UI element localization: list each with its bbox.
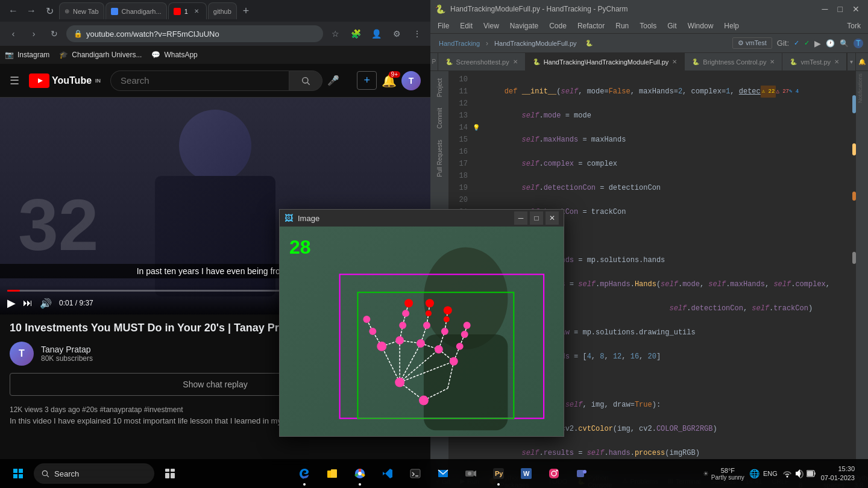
notifications-label[interactable]: Notifications: [856, 71, 864, 105]
toolbar-build-run[interactable]: ▶: [814, 39, 821, 48]
tab-handtracking[interactable]: 🐍 HandTracking\HandTrackingModuleFull.py…: [526, 53, 685, 70]
popup-content: 28: [280, 227, 564, 436]
svg-rect-56: [13, 469, 17, 473]
menu-file[interactable]: File: [433, 20, 454, 31]
notifications-panel[interactable]: 🔔: [855, 53, 868, 70]
sidebar-project[interactable]: Project: [435, 74, 444, 102]
ide-maximize-button[interactable]: □: [834, 4, 846, 14]
user-avatar[interactable]: T: [401, 71, 421, 90]
settings-button[interactable]: ⚙: [388, 25, 405, 42]
tab-close-button[interactable]: ✕: [192, 7, 201, 16]
voice-search-button[interactable]: 🎤: [327, 75, 339, 86]
language-indicator[interactable]: 🌐: [749, 469, 760, 478]
svg-point-45: [395, 378, 404, 387]
bookmark-chandigarh[interactable]: 🎓 Chandigarh Univers...: [59, 51, 142, 59]
address-bar[interactable]: 🔒 youtube.com/watch?v=RF5mClJuUNo: [66, 25, 323, 42]
menu-edit[interactable]: Edit: [455, 20, 477, 31]
browser-tab-2[interactable]: Chandigarh...: [105, 2, 167, 19]
tab-more-button[interactable]: ▾: [847, 53, 855, 70]
weather-widget: ☀ 58°F Partly sunny: [703, 467, 744, 481]
toolbar-user-icon: T: [854, 39, 863, 48]
tab-screenshottest-close[interactable]: ✕: [513, 58, 518, 65]
create-button[interactable]: +: [357, 71, 377, 90]
volume-button[interactable]: 🔊: [40, 298, 52, 309]
sidebar-commit[interactable]: Commit: [435, 103, 444, 133]
taskbar-edge[interactable]: [291, 460, 318, 487]
menu-navigate[interactable]: Navigate: [505, 20, 543, 31]
taskbar-terminal[interactable]: [402, 460, 429, 487]
menu-tools[interactable]: Tools: [635, 20, 661, 31]
youtube-logo[interactable]: YouTube IN: [29, 74, 101, 88]
toolbar-search-icon[interactable]: 🔍: [840, 39, 849, 48]
taskbar-chrome[interactable]: [347, 460, 373, 487]
star-button[interactable]: ☆: [327, 25, 344, 42]
menu-window[interactable]: Window: [683, 20, 719, 31]
profile-button[interactable]: 👤: [368, 25, 385, 42]
bookmark-whatsapp[interactable]: 💬 WhatsApp: [151, 51, 197, 59]
taskbar-teams[interactable]: [568, 460, 595, 487]
svg-point-47: [363, 316, 370, 323]
tab-brightness-close[interactable]: ✕: [770, 58, 775, 65]
tab-vmtest[interactable]: 🐍 vmTest.py ✕: [782, 53, 847, 70]
menu-refactor[interactable]: Refactor: [573, 20, 609, 31]
new-tab-button[interactable]: +: [238, 2, 254, 20]
channel-avatar[interactable]: T: [10, 342, 34, 366]
browser-refresh-button[interactable]: ↻: [41, 2, 58, 19]
menu-help[interactable]: Help: [719, 20, 744, 31]
menu-tork[interactable]: Tork: [842, 20, 866, 31]
bookmark-instagram-label: Instagram: [17, 51, 49, 59]
menu-git[interactable]: Git: [662, 20, 681, 31]
menu-view[interactable]: View: [479, 20, 504, 31]
run-config-label[interactable]: ⚙ vmTest: [732, 37, 772, 49]
svg-point-48: [399, 322, 406, 329]
menu-code[interactable]: Code: [544, 20, 571, 31]
extension-button[interactable]: 🧩: [347, 25, 364, 42]
hamburger-menu[interactable]: ☰: [10, 74, 19, 87]
next-button[interactable]: ⏭: [23, 298, 33, 308]
popup-title: 🖼 Image: [285, 213, 319, 223]
popup-close-button[interactable]: ✕: [546, 211, 559, 225]
show-desktop-button[interactable]: [860, 460, 863, 487]
ide-close-button[interactable]: ✕: [849, 4, 863, 14]
browser-tab-3[interactable]: 1 ✕: [168, 2, 207, 19]
taskbar-instagram[interactable]: [541, 460, 567, 487]
tab-screenshottest[interactable]: 🐍 Screenshottest.py ✕: [438, 53, 526, 70]
browser-back-button[interactable]: ←: [5, 2, 22, 19]
menu-run[interactable]: Run: [611, 20, 634, 31]
browser-reload[interactable]: ↻: [46, 25, 63, 42]
svg-point-49: [402, 310, 409, 317]
pycharm-dot: [497, 483, 500, 486]
taskbar-explorer[interactable]: [319, 460, 345, 487]
play-button[interactable]: ▶: [7, 296, 16, 310]
browser-forward-nav[interactable]: ›: [25, 25, 42, 42]
taskbar-camera[interactable]: [458, 460, 484, 487]
sidebar-pull-requests[interactable]: Pull Requests: [435, 135, 444, 182]
taskbar-task-view[interactable]: [157, 460, 183, 487]
browser-forward-button[interactable]: →: [23, 2, 40, 19]
browser-tab-1[interactable]: ⊕ New Tab: [59, 2, 104, 19]
taskbar-clock[interactable]: 15:30 07-01-2023: [821, 465, 855, 483]
search-button[interactable]: [289, 70, 322, 91]
taskbar-word[interactable]: W: [513, 460, 539, 487]
youtube-wordmark: YouTube: [52, 75, 92, 86]
notifications-button[interactable]: 🔔 9+: [382, 74, 397, 88]
battery-icon: [807, 470, 816, 477]
tab-handtracking-close[interactable]: ✕: [672, 58, 677, 65]
popup-maximize-button[interactable]: □: [530, 211, 543, 225]
browser-back-nav[interactable]: ‹: [5, 25, 22, 42]
popup-minimize-button[interactable]: ─: [514, 211, 527, 225]
ide-minimize-button[interactable]: ─: [819, 4, 832, 14]
youtube-header-right: + 🔔 9+ T: [357, 71, 421, 90]
start-button[interactable]: [5, 460, 31, 487]
taskbar-vscode[interactable]: [374, 460, 401, 487]
tab-vmtest-close[interactable]: ✕: [834, 58, 839, 65]
browser-tab-4[interactable]: github: [208, 2, 237, 19]
search-input[interactable]: [110, 70, 289, 91]
taskbar-pycharm[interactable]: Py: [485, 460, 512, 487]
taskbar-mail[interactable]: [430, 460, 456, 487]
tab-brightness[interactable]: 🐍 Brightness Control.py ✕: [685, 53, 782, 70]
taskbar-search[interactable]: Search: [34, 463, 154, 484]
project-sidebar-toggle[interactable]: P: [430, 53, 438, 70]
bookmark-instagram[interactable]: 📷 Instagram: [5, 51, 49, 59]
more-button[interactable]: ⋮: [409, 25, 426, 42]
